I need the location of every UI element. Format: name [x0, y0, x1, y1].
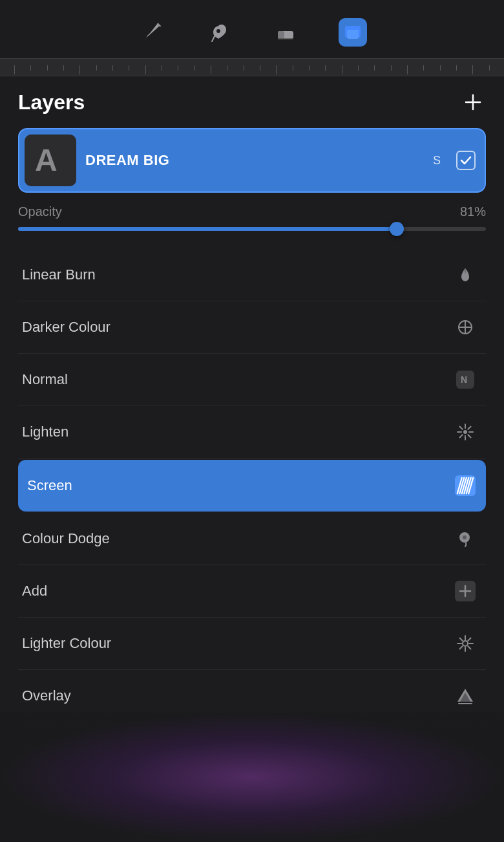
ruler-tick: [334, 65, 350, 74]
add-layer-button[interactable]: [460, 89, 486, 115]
ruler-tick: [448, 65, 465, 74]
ruler-tick: [6, 65, 23, 74]
blend-mode-normal[interactable]: Normal N: [18, 354, 486, 406]
layer-thumbnail: A: [25, 135, 76, 186]
blend-mode-label: Normal: [22, 371, 68, 388]
linear-burn-icon: [454, 263, 477, 286]
svg-point-29: [463, 535, 467, 539]
ruler-tick: [268, 65, 284, 74]
ruler-tick: [481, 65, 498, 74]
ruler-tick: [399, 65, 415, 74]
ruler-tick: [39, 65, 56, 74]
ruler-tick: [56, 65, 72, 74]
svg-line-19: [468, 427, 470, 429]
svg-line-36: [460, 638, 463, 641]
svg-line-39: [460, 646, 463, 649]
svg-line-37: [468, 646, 470, 649]
panel-title: Layers: [18, 91, 85, 114]
svg-rect-5: [347, 30, 359, 39]
ruler-tick: [415, 65, 432, 74]
svg-point-0: [216, 29, 220, 33]
ruler-tick: [366, 65, 383, 74]
opacity-label: Opacity: [18, 204, 62, 219]
screen-icon: [454, 474, 477, 497]
blend-mode-lighten[interactable]: Lighten: [18, 406, 486, 459]
svg-point-21: [463, 430, 467, 434]
brush-tool[interactable]: [137, 18, 165, 47]
blend-mode-darker-colour[interactable]: Darker Colour: [18, 301, 486, 354]
svg-line-20: [460, 435, 463, 437]
layers-panel: Layers A DREAM BIG S Opacity 81%: [0, 76, 504, 722]
ruler-tick: [317, 65, 333, 74]
blend-mode-screen[interactable]: Screen: [18, 460, 486, 512]
ruler-tick: [23, 65, 39, 74]
ruler-tick: [432, 65, 448, 74]
blend-mode-label: Overlay: [22, 687, 71, 704]
blend-mode-label: Screen: [27, 477, 72, 494]
ruler-tick: [187, 65, 203, 74]
ruler-tick: [465, 65, 481, 74]
layer-s-label: S: [433, 154, 441, 167]
svg-line-38: [468, 638, 470, 641]
blend-mode-add[interactable]: Add: [18, 565, 486, 618]
svg-text:A: A: [35, 143, 58, 177]
blend-mode-label: Darker Colour: [22, 319, 110, 336]
ruler-tick: [383, 65, 399, 74]
blend-mode-label: Colour Dodge: [22, 530, 110, 547]
ruler-tick: [170, 65, 186, 74]
panel-header: Layers: [18, 89, 486, 115]
blend-mode-lighter-colour[interactable]: Lighter Colour: [18, 618, 486, 670]
toolbar: [0, 0, 504, 58]
blend-mode-label: Linear Burn: [22, 266, 96, 283]
ruler-tick: [350, 65, 366, 74]
ruler-tick: [203, 65, 219, 74]
opacity-header: Opacity 81%: [18, 204, 486, 219]
ruler-tick: [89, 65, 105, 74]
normal-icon: N: [454, 368, 477, 391]
eraser-tool[interactable]: [271, 18, 300, 47]
ruler-tick: [285, 65, 301, 74]
layer-name: DREAM BIG: [85, 152, 424, 169]
ruler-tick: [72, 65, 88, 74]
overlay-icon: [454, 684, 477, 707]
add-icon: [454, 579, 477, 603]
svg-line-17: [460, 427, 463, 429]
lighten-icon: [454, 420, 477, 444]
layer-visibility-checkbox[interactable]: [456, 151, 476, 170]
ruler: [0, 58, 504, 76]
ruler-tick: [301, 65, 317, 74]
ruler-tick: [219, 65, 235, 74]
ruler-tick: [105, 65, 121, 74]
blend-mode-linear-burn[interactable]: Linear Burn: [18, 249, 486, 301]
blend-mode-colour-dodge[interactable]: Colour Dodge: [18, 513, 486, 565]
blend-mode-label: Add: [22, 583, 47, 599]
layers-tool[interactable]: [339, 18, 367, 47]
lighter-colour-icon: [454, 632, 477, 655]
ruler-tick: [138, 65, 154, 74]
darker-colour-icon: [454, 316, 477, 339]
opacity-slider-thumb[interactable]: [390, 222, 404, 236]
svg-rect-2: [278, 31, 284, 39]
opacity-value: 81%: [460, 204, 486, 219]
opacity-section: Opacity 81%: [18, 204, 486, 231]
svg-text:N: N: [461, 374, 467, 385]
layer-item[interactable]: A DREAM BIG S: [18, 128, 486, 193]
background-canvas: [0, 713, 504, 842]
ruler-tick: [236, 65, 252, 74]
blend-mode-list: Linear Burn Darker Colour Normal: [18, 249, 486, 722]
blend-mode-label: Lighten: [22, 424, 68, 440]
opacity-slider[interactable]: [18, 227, 486, 231]
blend-mode-label: Lighter Colour: [22, 635, 111, 652]
pen-tool[interactable]: [204, 18, 233, 47]
opacity-slider-fill: [18, 227, 397, 231]
ruler-tick: [121, 65, 137, 74]
svg-point-40: [463, 641, 468, 646]
svg-line-18: [468, 435, 470, 437]
ruler-tick: [154, 65, 170, 74]
ruler-tick: [252, 65, 268, 74]
colour-dodge-icon: [454, 527, 477, 550]
